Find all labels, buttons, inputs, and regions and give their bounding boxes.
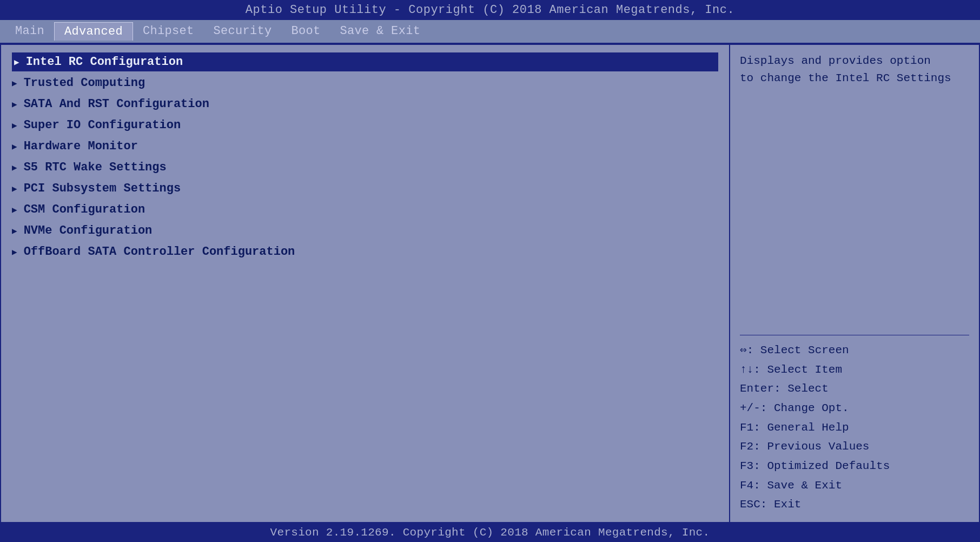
menu-item-label-5: S5 RTC Wake Settings [24, 161, 167, 174]
nav-item-boot[interactable]: Boot [282, 22, 330, 41]
key-help-line-4: F1: General Help [740, 418, 969, 438]
arrow-icon-8: ▶ [12, 226, 17, 236]
title-text: Aptio Setup Utility - Copyright (C) 2018… [246, 3, 734, 17]
nav-item-main[interactable]: Main [5, 22, 54, 41]
bios-screen: Aptio Setup Utility - Copyright (C) 2018… [0, 0, 980, 542]
key-help-line-3: +/-: Change Opt. [740, 399, 969, 418]
right-panel: Displays and provides optionto change th… [730, 45, 979, 522]
menu-item-label-3: Super IO Configuration [24, 118, 181, 132]
arrow-icon-7: ▶ [12, 204, 17, 215]
arrow-icon-2: ▶ [12, 99, 17, 110]
left-panel: ▶Intel RC Configuration▶Trusted Computin… [1, 45, 730, 522]
menu-item-2[interactable]: ▶SATA And RST Configuration [12, 95, 718, 114]
key-help-line-1: ↑↓: Select Item [740, 360, 969, 380]
menu-item-label-1: Trusted Computing [24, 76, 145, 90]
divider [740, 335, 969, 335]
arrow-icon-3: ▶ [12, 120, 17, 131]
nav-item-advanced[interactable]: Advanced [54, 22, 133, 41]
menu-item-label-2: SATA And RST Configuration [24, 97, 209, 111]
menu-item-label-4: Hardware Monitor [24, 140, 138, 153]
key-help-line-5: F2: Previous Values [740, 437, 969, 457]
help-text: Displays and provides optionto change th… [740, 52, 969, 329]
menu-item-label-7: CSM Configuration [24, 203, 145, 216]
help-line-2: to change the Intel RC Settings [740, 70, 969, 87]
menu-item-7[interactable]: ▶CSM Configuration [12, 200, 718, 219]
nav-item-save---exit[interactable]: Save & Exit [330, 22, 431, 41]
arrow-icon-1: ▶ [12, 78, 17, 89]
key-help-line-6: F3: Optimized Defaults [740, 457, 969, 476]
arrow-icon-6: ▶ [12, 183, 17, 194]
key-help-line-0: ⇔: Select Screen [740, 341, 969, 360]
menu-item-label-8: NVMe Configuration [24, 224, 153, 237]
arrow-icon-0: ▶ [14, 57, 19, 68]
menu-item-5[interactable]: ▶S5 RTC Wake Settings [12, 158, 718, 177]
menu-item-8[interactable]: ▶NVMe Configuration [12, 221, 718, 240]
menu-item-4[interactable]: ▶Hardware Monitor [12, 137, 718, 156]
key-help-line-2: Enter: Select [740, 379, 969, 399]
menu-item-6[interactable]: ▶PCI Subsystem Settings [12, 179, 718, 198]
arrow-icon-5: ▶ [12, 162, 17, 173]
menu-item-1[interactable]: ▶Trusted Computing [12, 74, 718, 92]
menu-item-label-6: PCI Subsystem Settings [24, 182, 181, 195]
menu-item-9[interactable]: ▶OffBoard SATA Controller Configuration [12, 242, 718, 261]
key-help-line-8: ESC: Exit [740, 495, 969, 514]
nav-bar: MainAdvancedChipsetSecurityBootSave & Ex… [0, 20, 980, 44]
main-content: ▶Intel RC Configuration▶Trusted Computin… [0, 44, 980, 523]
menu-item-0[interactable]: ▶Intel RC Configuration [12, 52, 718, 71]
arrow-icon-9: ▶ [12, 247, 17, 257]
footer-text: Version 2.19.1269. Copyright (C) 2018 Am… [270, 526, 710, 539]
key-help-line-7: F4: Save & Exit [740, 476, 969, 495]
arrow-icon-4: ▶ [12, 141, 17, 152]
key-help: ⇔: Select Screen↑↓: Select ItemEnter: Se… [740, 341, 969, 514]
title-bar: Aptio Setup Utility - Copyright (C) 2018… [0, 0, 980, 20]
nav-item-chipset[interactable]: Chipset [133, 22, 204, 41]
menu-item-label-0: Intel RC Configuration [26, 55, 183, 69]
menu-item-3[interactable]: ▶Super IO Configuration [12, 116, 718, 135]
menu-item-label-9: OffBoard SATA Controller Configuration [24, 245, 295, 259]
footer: Version 2.19.1269. Copyright (C) 2018 Am… [0, 523, 980, 542]
nav-item-security[interactable]: Security [204, 22, 282, 41]
help-line-1: Displays and provides option [740, 52, 969, 70]
